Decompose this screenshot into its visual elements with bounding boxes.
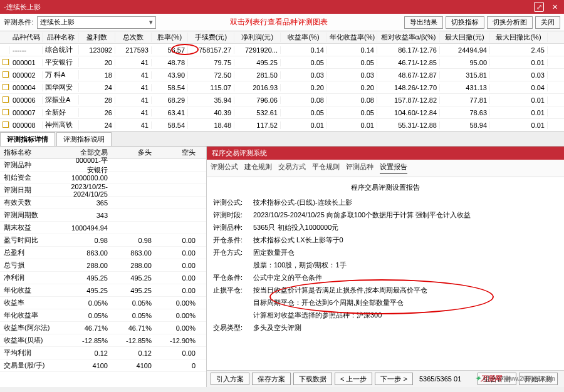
report-line: 目标周期平仓：开仓达到6个周期,则全部数量平仓 [213,296,558,309]
grid-header[interactable]: 净利润(元) [234,33,281,42]
report-line: 评测品种:5365只 初始投入1000000元 [213,221,558,234]
indicator-row[interactable]: 收益率0.05%0.05%0.00% [0,297,206,309]
indicator-row[interactable]: 总亏损288.00288.000.00 [0,259,206,272]
status-text: 5365/5365 01 [419,375,461,383]
sub-tab[interactable]: 交易方式 [278,162,306,174]
expand-icon[interactable]: ⤢ [534,2,544,12]
prev-step-button[interactable]: < 上一步 [335,373,372,385]
indicator-row[interactable]: 净利润495.25495.250.00 [0,272,206,284]
condition-combo-value: 连续长上影 [40,18,75,27]
indicator-detail-panel: 指标名称全部交易多头空头 评测品种000001-平安银行初始资金1000000.… [0,147,207,387]
grid-header[interactable]: 品种代码 [10,33,43,42]
tab-detail[interactable]: 评测指标详情 [0,132,55,146]
grid-header[interactable]: 年化收益率(%) [327,33,377,42]
report-title: 程序交易评测设置报告 [213,181,558,193]
table-row[interactable]: 000006深振业A284168.2935.94796.060.080.0815… [0,94,564,106]
grid-header[interactable]: 最大回撤比(%) [490,33,548,42]
hint-text: 双击列表行查看品种评测图表 [156,17,402,28]
report-line: 交易类型:多头及空头评测 [213,321,558,334]
table-row[interactable]: 000007全新好264163.4140.39532.610.050.05104… [0,106,564,119]
report-line: 平仓条件:公式中定义的平仓条件 [213,271,558,284]
eval-condition-label: 评测条件: [4,18,33,27]
indicator-row[interactable]: 收益率(阿尔法)46.71%46.71%0.00% [0,322,206,334]
report-line: 开仓方式:固定数量开仓 [213,246,558,259]
row-icon [3,59,9,65]
window-title: -连续长上影 [4,3,549,12]
row-icon [3,71,9,78]
table-row[interactable]: 000004国华网安244158.54115.072016.930.200.20… [0,81,564,94]
grid-header[interactable]: 胜率(%) [152,33,188,42]
import-plan-button[interactable]: 引入方案 [211,373,249,385]
indicator-row[interactable]: 交易量(股/手)410041000 [0,359,206,372]
grid-header[interactable]: 总次数 [115,33,152,42]
row-icon [3,96,9,103]
grid-header[interactable]: 品种名称 [43,33,79,42]
sub-tab[interactable]: 建仓规则 [244,162,272,174]
export-button[interactable]: 导出结果 [404,16,443,29]
grid-header[interactable]: 盈利数 [79,33,115,42]
tab-desc[interactable]: 评测指标说明 [56,132,112,146]
indicator-row[interactable]: 总盈利863.00863.000.00 [0,247,206,259]
grid-header[interactable]: 手续费(元) [188,33,234,42]
sub-tab[interactable]: 平仓规则 [312,162,340,174]
sub-tab[interactable]: 评测品种 [346,162,373,174]
table-row[interactable]: 000002万 科A184143.9072.50281.500.030.0348… [0,69,564,81]
report-line: 股票：100股，期货/期权：1手 [213,259,558,271]
start-eval-button[interactable]: 开始评测 [519,373,558,385]
row-icon [3,109,9,115]
close-icon[interactable]: ✕ [549,1,560,13]
download-data-button[interactable]: 下载数据 [293,373,332,385]
indicator-row[interactable]: 期末权益1000494.94 [0,222,206,234]
report-area: 程序交易评测设置报告 评测公式:技术指标公式-(日线)-连续长上影评测时段:20… [207,177,564,370]
report-line: 开仓条件:技术指标公式 LX长上影等于0 [213,234,558,246]
indicator-row[interactable]: 有效天数365 [0,197,206,209]
table-row[interactable]: 000008神州高铁244158.5418.48117.520.010.0155… [0,119,564,132]
indicator-row[interactable]: 收益率(贝塔)-12.85%-12.85%-12.90% [0,334,206,347]
row-icon [3,84,9,90]
condition-combo[interactable]: 连续长上影 [37,16,156,29]
combo-eval-button[interactable]: 组合评测 [478,373,516,385]
left-header: 指标名称 [0,148,69,157]
switch-indicator-button[interactable]: 切换指标 [446,16,484,29]
result-grid: 品种代码品种名称盈利数总次数胜率(%)手续费(元)净利润(元)收益率(%)年化收… [0,31,564,132]
report-line: 止损平仓:按当日收盘价计算是否满足止损条件,按本周期最高价平仓 [213,284,558,296]
sub-tab[interactable]: 评测公式 [211,162,238,174]
indicator-row[interactable]: 年化收益495.25495.250.00 [0,284,206,297]
close-button[interactable]: 关闭 [535,16,560,29]
grid-header[interactable]: 收益率(%) [281,33,327,42]
left-header: 多头 [113,148,157,157]
indicator-row[interactable]: 评测品种000001-平安银行 [0,159,206,172]
grid-header[interactable]: 最大回撤(元) [440,33,490,42]
left-header: 空头 [157,148,201,157]
table-row[interactable]: ------综合统计12309221759356.57758157.277291… [0,44,564,56]
switch-chart-button[interactable]: 切换分析图 [487,16,533,29]
indicator-row[interactable]: 评测周期数343 [0,209,206,222]
system-panel-title: 程序交易评测系统 [207,147,564,160]
row-icon [3,121,9,128]
indicator-row[interactable]: 平均利润0.120.120.00 [0,347,206,359]
sub-tab[interactable]: 设置报告 [380,162,407,174]
indicator-row[interactable]: 年化收益率0.05%0.05%0.00% [0,309,206,322]
save-plan-button[interactable]: 保存方案 [252,373,291,385]
grid-header[interactable]: 相对收益率α/β(%) [377,33,440,42]
report-line: 计算相对收益率选择的参照品种：沪深300 [213,309,558,321]
report-line: 评测时段:2023/10/25-2024/10/25 向前多取100个数据用于计… [213,209,558,221]
indicator-row[interactable]: 盈亏时间比0.980.980.00 [0,234,206,247]
next-step-button[interactable]: 下一步 > [375,373,412,385]
table-row[interactable]: 000001平安银行204148.7879.75495.250.050.0546… [0,56,564,69]
indicator-row[interactable]: 评测日期2023/10/25-2024/10/25 [0,184,206,197]
report-line: 评测公式:技术指标公式-(日线)-连续长上影 [213,196,558,209]
